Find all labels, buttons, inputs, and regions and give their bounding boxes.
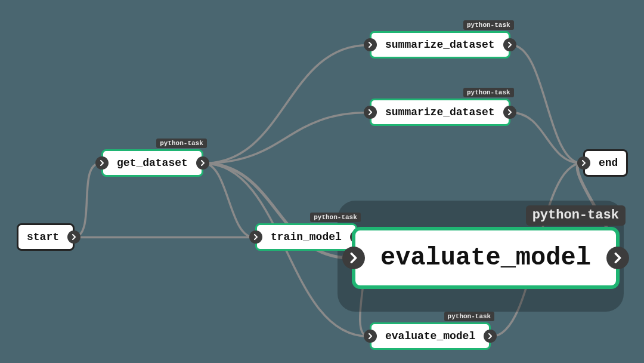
node-start[interactable]: start xyxy=(17,223,75,251)
node-tag-eval_big: python-task xyxy=(526,205,626,226)
node-label-eval_big: evaluate_model xyxy=(365,245,606,270)
edge-start-get xyxy=(73,164,100,238)
port-out-eval_big[interactable] xyxy=(606,247,629,269)
node-train[interactable]: train_modelpython-task xyxy=(255,223,357,251)
node-tag-train: python-task xyxy=(310,213,361,222)
node-label-train: train_model xyxy=(262,232,350,242)
node-label-get: get_dataset xyxy=(109,158,196,168)
node-eval2[interactable]: evaluate_modelpython-task xyxy=(370,322,491,350)
node-label-sum2: summarize_dataset xyxy=(377,107,503,118)
edge-sum1-end xyxy=(511,45,582,164)
port-in-sum1[interactable] xyxy=(364,38,377,51)
edge-get-train xyxy=(203,164,254,238)
node-label-sum1: summarize_dataset xyxy=(377,39,503,50)
node-tag-sum1: python-task xyxy=(463,20,514,30)
port-out-sum2[interactable] xyxy=(503,106,516,119)
node-get[interactable]: get_datasetpython-task xyxy=(101,149,203,177)
edge-get-sum2 xyxy=(203,113,369,164)
port-in-eval2[interactable] xyxy=(364,330,377,343)
node-label-eval2: evaluate_model xyxy=(377,331,484,342)
node-sum2[interactable]: summarize_datasetpython-task xyxy=(370,99,510,126)
node-tag-get: python-task xyxy=(156,139,207,148)
port-in-train[interactable] xyxy=(249,230,262,244)
node-label-start: start xyxy=(18,232,67,242)
node-label-end: end xyxy=(590,158,626,168)
port-out-get[interactable] xyxy=(196,156,209,170)
port-in-eval_big[interactable] xyxy=(342,247,365,269)
port-in-sum2[interactable] xyxy=(364,106,377,119)
port-out-start[interactable] xyxy=(67,230,80,244)
node-tag-eval2: python-task xyxy=(444,312,495,321)
edge-sum2-end xyxy=(511,113,582,164)
node-sum1[interactable]: summarize_datasetpython-task xyxy=(370,31,510,59)
node-eval_big[interactable]: evaluate_modelpython-task xyxy=(352,227,620,289)
port-out-sum1[interactable] xyxy=(503,38,516,51)
node-end[interactable]: end xyxy=(583,149,628,177)
edge-get-sum1 xyxy=(203,45,369,164)
port-in-get[interactable] xyxy=(95,156,109,170)
port-in-end[interactable] xyxy=(577,156,590,170)
node-tag-sum2: python-task xyxy=(463,88,514,97)
